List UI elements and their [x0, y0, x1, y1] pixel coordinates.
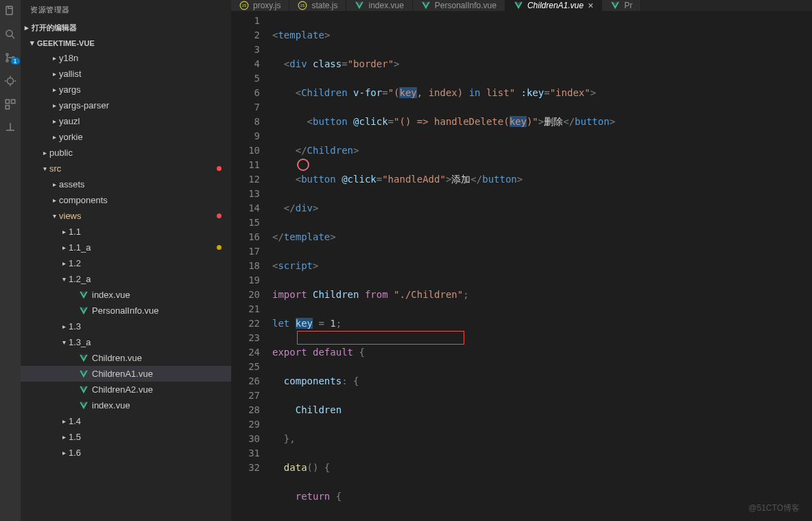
tree-item-label: 1.2 [69, 258, 81, 268]
svg-point-3 [6, 60, 8, 62]
svg-point-1 [6, 30, 12, 36]
line-number: 9 [231, 129, 260, 143]
editor-tab[interactable]: PersonalInfo.vue [413, 0, 505, 11]
tab-label: proxy.js [253, 1, 280, 10]
tree-folder[interactable]: ▸components [21, 192, 231, 208]
tree-item-label: 1.1_a [69, 242, 91, 253]
extensions-icon[interactable] [3, 97, 17, 111]
tree-folder[interactable]: ▸yorkie [21, 129, 231, 145]
editor-tab[interactable]: Pr [602, 0, 641, 11]
vue-file-icon [78, 400, 89, 411]
svg-rect-8 [5, 106, 9, 109]
line-number: 16 [231, 230, 260, 244]
chevron-down-icon: ▾ [59, 275, 69, 283]
tree-file[interactable]: index.vue [21, 397, 231, 413]
code-content[interactable]: <template> <div class="border"> <Childre… [272, 11, 812, 521]
tree-folder[interactable]: ▾1.2_a [21, 271, 231, 287]
search-icon[interactable] [3, 27, 17, 41]
vue-file-icon [78, 353, 89, 364]
tree-file[interactable]: index.vue [21, 287, 231, 303]
tree-item-label: 1.5 [69, 432, 81, 442]
cursor-indicator [297, 159, 309, 171]
tree-folder[interactable]: ▸1.6 [21, 445, 231, 461]
tree-item-label: yallist [59, 69, 82, 79]
tree-folder[interactable]: ▾views [21, 208, 231, 224]
editor-tab[interactable]: ChildrenA1.vue× [505, 0, 602, 11]
tree-folder[interactable]: ▸yauzl [21, 113, 231, 129]
tree-folder[interactable]: ▸1.1_a [21, 240, 231, 255]
tree-folder[interactable]: ▸yargs [21, 82, 231, 97]
tree-item-label: 1.2_a [69, 274, 91, 284]
line-number: 29 [231, 417, 260, 432]
chevron-down-icon: ▾ [30, 38, 34, 47]
tree-folder[interactable]: ▸public [21, 145, 231, 161]
chevron-right-icon: ▸ [59, 228, 69, 235]
open-editors-header[interactable]: ▸ 打开的编辑器 [21, 20, 231, 36]
line-number: 30 [231, 432, 260, 446]
tree-folder[interactable]: ▸1.3 [21, 319, 231, 334]
chevron-right-icon: ▸ [49, 86, 59, 93]
chevron-down-icon: ▾ [59, 338, 69, 346]
tab-label: PersonalInfo.vue [435, 1, 497, 10]
tree-file[interactable]: PersonalInfo.vue [21, 303, 231, 319]
svg-point-5 [8, 78, 14, 84]
source-control-icon[interactable]: 1 [3, 51, 17, 65]
tree-folder[interactable]: ▾src [21, 161, 231, 176]
line-number: 28 [231, 403, 260, 417]
line-number: 31 [231, 446, 260, 461]
editor-tabs: JSproxy.jsJSstate.jsindex.vuePersonalInf… [231, 0, 812, 11]
editor-tab[interactable]: index.vue [346, 0, 412, 11]
tree-folder[interactable]: ▸1.5 [21, 429, 231, 445]
line-number: 2 [231, 28, 260, 43]
tree-file[interactable]: ChildrenA2.vue [21, 382, 231, 397]
tab-label: index.vue [368, 1, 403, 10]
editor-tab[interactable]: JSstate.js [289, 0, 346, 11]
project-header[interactable]: ▾ GEEKTIME-VUE [21, 36, 231, 50]
vue-file-icon [78, 290, 89, 301]
vue-file-icon [421, 1, 431, 10]
line-number: 24 [231, 345, 260, 360]
tree-folder[interactable]: ▸1.1 [21, 224, 231, 240]
tree-folder[interactable]: ▸1.2 [21, 255, 231, 271]
tab-label: ChildrenA1.vue [527, 1, 584, 10]
svg-rect-7 [12, 100, 15, 103]
vue-file-icon [78, 305, 89, 316]
chevron-right-icon: ▸ [49, 117, 59, 125]
tree-item-label: PersonalInfo.vue [92, 305, 159, 316]
chevron-right-icon: ▸ [49, 133, 59, 141]
code-area: 1234567891011121314151617181920212223242… [231, 11, 812, 521]
line-number: 12 [231, 172, 260, 187]
tree-item-label: index.vue [92, 290, 130, 300]
activity-bar: 1 [0, 0, 21, 521]
tree-folder[interactable]: ▸assets [21, 176, 231, 192]
remote-icon[interactable] [3, 121, 17, 135]
tree-folder[interactable]: ▸y18n [21, 50, 231, 66]
tree-item-label: yauzl [59, 116, 80, 126]
explorer-icon[interactable] [3, 4, 17, 18]
svg-rect-6 [5, 100, 9, 103]
line-number: 20 [231, 288, 260, 302]
close-icon[interactable]: × [588, 0, 593, 11]
status-dot [217, 245, 222, 250]
line-number: 18 [231, 259, 260, 273]
vue-file-icon [78, 384, 89, 395]
tab-label: Pr [624, 1, 632, 10]
line-number: 8 [231, 115, 260, 129]
tree-item-label: yargs [59, 84, 81, 95]
tree-file[interactable]: ChildrenA1.vue [21, 366, 231, 382]
tree-file[interactable]: Children.vue [21, 350, 231, 366]
tree-folder[interactable]: ▸1.4 [21, 413, 231, 429]
scm-badge: 1 [11, 58, 20, 65]
editor-tab[interactable]: JSproxy.js [231, 0, 289, 11]
svg-point-2 [6, 54, 8, 56]
line-number: 17 [231, 244, 260, 259]
tree-item-label: y18n [59, 53, 78, 63]
line-number: 1 [231, 14, 260, 28]
debug-icon[interactable] [3, 74, 17, 88]
sidebar-title: 资源管理器 [21, 0, 231, 20]
chevron-right-icon: ▸ [59, 433, 69, 441]
tree-folder[interactable]: ▸yargs-parser [21, 97, 231, 113]
tree-folder[interactable]: ▾1.3_a [21, 334, 231, 350]
highlight-box [297, 331, 464, 345]
tree-folder[interactable]: ▸yallist [21, 66, 231, 82]
